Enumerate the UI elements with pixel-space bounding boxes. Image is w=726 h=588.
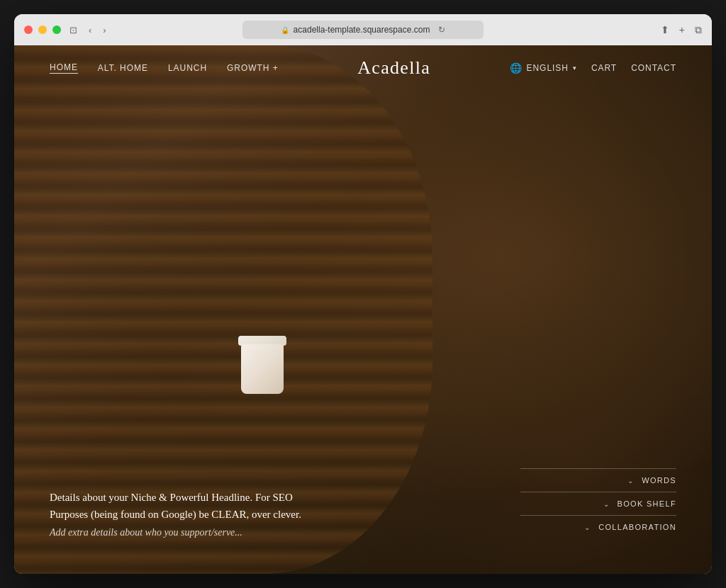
- accordion-item-collaboration[interactable]: ⌄ COLLABORATION: [520, 515, 676, 538]
- nav-left: HOME ALT. HOME LAUNCH GROWTH +: [50, 62, 279, 74]
- cup-body: [241, 344, 284, 394]
- nav-launch[interactable]: LAUNCH: [168, 63, 207, 73]
- hero-headline: Details about your Niche & Powerful Head…: [50, 489, 301, 523]
- address-text: acadella-template.squarespace.com: [294, 25, 430, 35]
- contact-link[interactable]: CONTACT: [631, 63, 676, 73]
- nav-home[interactable]: HOME: [50, 62, 78, 74]
- accordion-label-bookshelf: BOOK SHELF: [618, 499, 677, 508]
- accordion-item-bookshelf[interactable]: ⌄ BOOK SHELF: [520, 492, 676, 515]
- language-label: ENGLISH: [527, 63, 569, 73]
- new-tab-icon[interactable]: +: [679, 24, 685, 35]
- title-bar: ⊡ ‹ › 🔒 acadella-template.squarespace.co…: [14, 14, 712, 45]
- maximize-button[interactable]: [52, 26, 61, 34]
- cart-link[interactable]: CART: [591, 63, 617, 73]
- windows-icon[interactable]: ⧉: [695, 24, 702, 36]
- accordion-label-collaboration: COLLABORATION: [598, 523, 676, 531]
- sidebar-toggle-icon[interactable]: ⊡: [69, 25, 77, 35]
- hero-subtext: Add extra details about who you support/…: [50, 527, 301, 538]
- nav-right: 🌐 ENGLISH ▾ CART CONTACT: [510, 62, 676, 74]
- accordion-label-words: WORDS: [642, 476, 676, 485]
- lock-icon: 🔒: [281, 26, 289, 34]
- close-button[interactable]: [24, 26, 33, 34]
- globe-icon: 🌐: [510, 62, 523, 74]
- accordion-list: ⌄ WORDS ⌄ BOOK SHELF ⌄ COLLABORATION: [520, 468, 676, 538]
- hero-content: Details about your Niche & Powerful Head…: [50, 468, 676, 538]
- nav-growth[interactable]: GROWTH +: [227, 63, 279, 73]
- chevron-icon: ⌄: [584, 524, 590, 531]
- nav-controls: ⊡ ‹ ›: [69, 25, 106, 35]
- hero-text-block: Details about your Niche & Powerful Head…: [50, 489, 301, 538]
- language-selector[interactable]: 🌐 ENGLISH ▾: [510, 62, 577, 74]
- accordion-item-words[interactable]: ⌄ WORDS: [520, 468, 676, 492]
- chevron-icon: ⌄: [627, 477, 633, 485]
- coffee-cup: [238, 336, 287, 400]
- mac-window: ⊡ ‹ › 🔒 acadella-template.squarespace.co…: [14, 14, 712, 574]
- main-nav: HOME ALT. HOME LAUNCH GROWTH + Acadella …: [14, 45, 712, 91]
- reload-icon[interactable]: ↻: [438, 25, 445, 35]
- address-bar[interactable]: 🔒 acadella-template.squarespace.com ↻: [242, 21, 484, 39]
- forward-icon[interactable]: ›: [103, 25, 106, 35]
- chevron-icon: ⌄: [603, 500, 609, 508]
- nav-alt-home[interactable]: ALT. HOME: [98, 63, 148, 73]
- traffic-lights: [24, 26, 61, 34]
- website: HOME ALT. HOME LAUNCH GROWTH + Acadella …: [14, 45, 712, 574]
- back-icon[interactable]: ‹: [89, 25, 91, 35]
- chevron-down-icon: ▾: [573, 64, 577, 72]
- minimize-button[interactable]: [38, 26, 47, 34]
- title-bar-right: ⬆ + ⧉: [661, 24, 702, 36]
- nav-center: Acadella: [279, 57, 510, 79]
- share-icon[interactable]: ⬆: [661, 24, 669, 35]
- brand-logo[interactable]: Acadella: [357, 57, 430, 78]
